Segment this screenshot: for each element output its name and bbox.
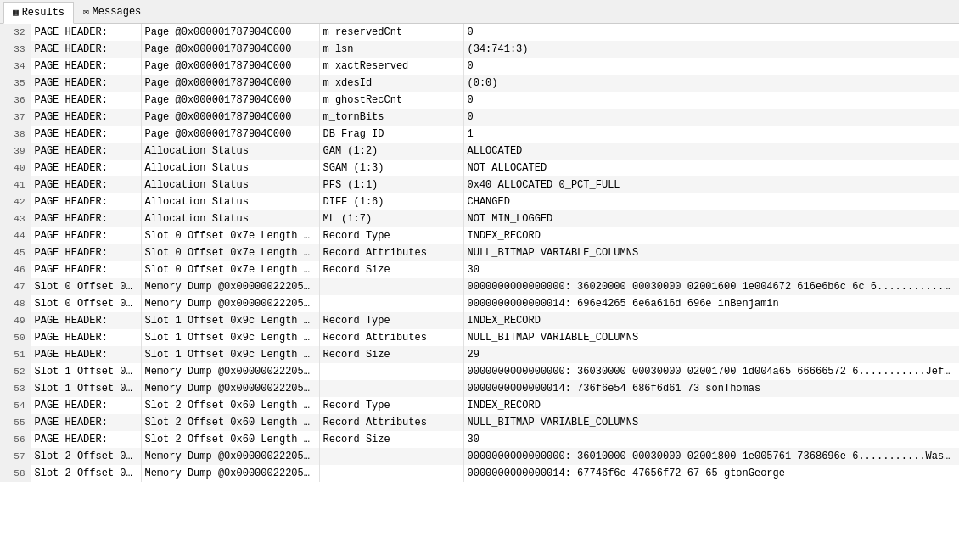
row-number: 39 xyxy=(0,143,31,160)
cell-c1: Slot 1 Offset 0x... xyxy=(31,363,141,380)
cell-c1: Slot 0 Offset 0x... xyxy=(31,278,141,295)
row-number: 44 xyxy=(0,227,31,244)
row-number: 46 xyxy=(0,261,31,278)
cell-c3 xyxy=(319,465,463,482)
cell-c2: Slot 2 Offset 0x60 Length 30 xyxy=(141,414,319,431)
row-number: 43 xyxy=(0,210,31,227)
cell-c4: 29 xyxy=(463,346,959,363)
table-row: 58Slot 2 Offset 0x...Memory Dump @0x0000… xyxy=(0,465,959,482)
cell-c2: Page @0x000001787904C000 xyxy=(141,126,319,143)
cell-c3: m_ghostRecCnt xyxy=(319,92,463,109)
cell-c3 xyxy=(319,380,463,397)
cell-c4: (34:741:3) xyxy=(463,41,959,58)
cell-c3: Record Type xyxy=(319,227,463,244)
table-row: 45PAGE HEADER:Slot 0 Offset 0x7e Length … xyxy=(0,244,959,261)
results-tab-icon: ▦ xyxy=(13,7,19,18)
row-number: 47 xyxy=(0,278,31,295)
row-number: 41 xyxy=(0,176,31,193)
cell-c2: Memory Dump @0x00000022205FA060 xyxy=(141,465,319,482)
table-row: 46PAGE HEADER:Slot 0 Offset 0x7e Length … xyxy=(0,261,959,278)
table-row: 40PAGE HEADER:Allocation StatusSGAM (1:3… xyxy=(0,160,959,176)
cell-c4: 0000000000000000: 36030000 00030000 0200… xyxy=(463,363,959,380)
cell-c2: Memory Dump @0x00000022205FA09C xyxy=(141,363,319,380)
cell-c1: PAGE HEADER: xyxy=(31,210,141,227)
table-row: 42PAGE HEADER:Allocation StatusDIFF (1:6… xyxy=(0,193,959,210)
cell-c1: PAGE HEADER: xyxy=(31,160,141,176)
cell-c4: INDEX_RECORD xyxy=(463,397,959,414)
table-row: 32PAGE HEADER:Page @0x000001787904C000m_… xyxy=(0,24,959,41)
cell-c1: PAGE HEADER: xyxy=(31,261,141,278)
cell-c4: ALLOCATED xyxy=(463,143,959,160)
cell-c3 xyxy=(319,278,463,295)
table-row: 35PAGE HEADER:Page @0x000001787904C000m_… xyxy=(0,75,959,92)
row-number: 36 xyxy=(0,92,31,109)
cell-c3: Record Type xyxy=(319,397,463,414)
tab-results[interactable]: ▦ Results xyxy=(3,2,74,24)
table-row: 52Slot 1 Offset 0x...Memory Dump @0x0000… xyxy=(0,363,959,380)
row-number: 34 xyxy=(0,58,31,75)
table-row: 48Slot 0 Offset 0x...Memory Dump @0x0000… xyxy=(0,295,959,312)
row-number: 33 xyxy=(0,41,31,58)
cell-c1: PAGE HEADER: xyxy=(31,312,141,329)
cell-c2: Page @0x000001787904C000 xyxy=(141,75,319,92)
cell-c1: PAGE HEADER: xyxy=(31,193,141,210)
table-row: 54PAGE HEADER:Slot 2 Offset 0x60 Length … xyxy=(0,397,959,414)
cell-c2: Page @0x000001787904C000 xyxy=(141,24,319,41)
messages-tab-icon: ✉ xyxy=(83,6,89,17)
cell-c3 xyxy=(319,448,463,465)
cell-c2: Slot 1 Offset 0x9c Length 29 xyxy=(141,312,319,329)
row-number: 56 xyxy=(0,431,31,448)
table-row: 56PAGE HEADER:Slot 2 Offset 0x60 Length … xyxy=(0,431,959,448)
table-row: 39PAGE HEADER:Allocation StatusGAM (1:2)… xyxy=(0,143,959,160)
cell-c3: Record Size xyxy=(319,261,463,278)
cell-c1: PAGE HEADER: xyxy=(31,143,141,160)
cell-c4: INDEX_RECORD xyxy=(463,312,959,329)
table-row: 51PAGE HEADER:Slot 1 Offset 0x9c Length … xyxy=(0,346,959,363)
cell-c4: 0 xyxy=(463,58,959,75)
cell-c2: Slot 1 Offset 0x9c Length 29 xyxy=(141,329,319,346)
cell-c4: 0 xyxy=(463,109,959,126)
cell-c2: Memory Dump @0x00000022205FA07E xyxy=(141,278,319,295)
cell-c2: Slot 0 Offset 0x7e Length 30 xyxy=(141,227,319,244)
results-tab-label: Results xyxy=(22,7,64,19)
row-number: 55 xyxy=(0,414,31,431)
cell-c4: INDEX_RECORD xyxy=(463,227,959,244)
cell-c2: Page @0x000001787904C000 xyxy=(141,58,319,75)
table-row: 38PAGE HEADER:Page @0x000001787904C000DB… xyxy=(0,126,959,143)
table-row: 44PAGE HEADER:Slot 0 Offset 0x7e Length … xyxy=(0,227,959,244)
cell-c4: NULL_BITMAP VARIABLE_COLUMNS xyxy=(463,414,959,431)
cell-c3: m_lsn xyxy=(319,41,463,58)
tab-messages[interactable]: ✉ Messages xyxy=(74,1,150,23)
row-number: 40 xyxy=(0,160,31,176)
cell-c4: 30 xyxy=(463,431,959,448)
cell-c2: Memory Dump @0x00000022205FA07E xyxy=(141,295,319,312)
cell-c1: PAGE HEADER: xyxy=(31,109,141,126)
table-row: 49PAGE HEADER:Slot 1 Offset 0x9c Length … xyxy=(0,312,959,329)
cell-c1: PAGE HEADER: xyxy=(31,58,141,75)
row-number: 51 xyxy=(0,346,31,363)
cell-c1: PAGE HEADER: xyxy=(31,397,141,414)
cell-c2: Page @0x000001787904C000 xyxy=(141,41,319,58)
cell-c3: Record Attributes xyxy=(319,244,463,261)
cell-c1: Slot 0 Offset 0x... xyxy=(31,295,141,312)
cell-c3: Record Size xyxy=(319,431,463,448)
table-row: 41PAGE HEADER:Allocation StatusPFS (1:1)… xyxy=(0,176,959,193)
row-number: 38 xyxy=(0,126,31,143)
cell-c4: NOT ALLOCATED xyxy=(463,160,959,176)
row-number: 50 xyxy=(0,329,31,346)
cell-c2: Page @0x000001787904C000 xyxy=(141,109,319,126)
cell-c2: Memory Dump @0x00000022205FA09C xyxy=(141,380,319,397)
cell-c1: PAGE HEADER: xyxy=(31,92,141,109)
table-row: 55PAGE HEADER:Slot 2 Offset 0x60 Length … xyxy=(0,414,959,431)
cell-c2: Allocation Status xyxy=(141,160,319,176)
cell-c2: Slot 1 Offset 0x9c Length 29 xyxy=(141,346,319,363)
cell-c3: Record Size xyxy=(319,346,463,363)
table-row: 37PAGE HEADER:Page @0x000001787904C000m_… xyxy=(0,109,959,126)
cell-c1: PAGE HEADER: xyxy=(31,329,141,346)
table-row: 57Slot 2 Offset 0x...Memory Dump @0x0000… xyxy=(0,448,959,465)
cell-c3: m_xactReserved xyxy=(319,58,463,75)
row-number: 52 xyxy=(0,363,31,380)
cell-c4: 30 xyxy=(463,261,959,278)
cell-c3: Record Type xyxy=(319,312,463,329)
cell-c2: Allocation Status xyxy=(141,143,319,160)
